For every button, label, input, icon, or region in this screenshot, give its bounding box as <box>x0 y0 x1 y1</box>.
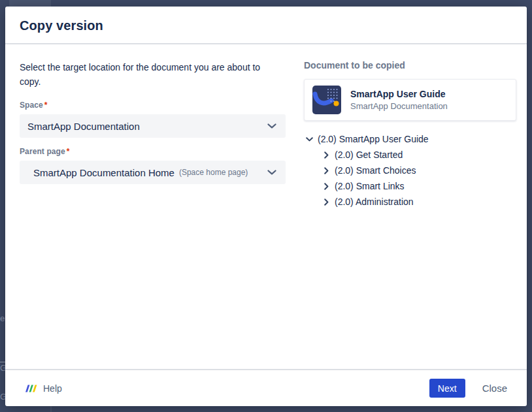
parent-page-select-value: SmartApp Documentation Home <box>27 167 175 178</box>
intro-text: Select the target location for the docum… <box>20 60 281 89</box>
underlying-page-divider <box>50 405 52 412</box>
document-space-name: SmartApp Documentation <box>350 101 448 111</box>
document-card: SmartApp User Guide SmartApp Documentati… <box>304 79 516 121</box>
dialog-footer: Help Next Close <box>5 369 527 406</box>
tree-item[interactable]: (2.0) Smart Choices <box>304 163 516 178</box>
help-logo-icon <box>25 383 37 394</box>
parent-page-hint: (Space home page) <box>179 168 248 177</box>
document-meta: SmartApp User Guide SmartApp Documentati… <box>350 89 448 111</box>
help-button[interactable]: Help <box>25 383 62 394</box>
dialog-body: Select the target location for the docum… <box>5 44 527 369</box>
chevron-down-icon[interactable] <box>304 134 314 144</box>
space-select[interactable]: SmartApp Documentation <box>20 114 286 138</box>
preview-heading: Document to be copied <box>304 60 516 71</box>
chevron-right-icon[interactable] <box>321 150 331 160</box>
tree-item[interactable]: (2.0) Administration <box>304 194 516 210</box>
parent-page-select[interactable]: SmartApp Documentation Home (Space home … <box>20 161 286 184</box>
tree-item-label: (2.0) Smart Choices <box>335 165 416 176</box>
required-asterisk: * <box>43 101 48 110</box>
space-select-value: SmartApp Documentation <box>27 121 140 132</box>
tree-item[interactable]: (2.0) Get Started <box>304 147 516 163</box>
tree-item[interactable]: (2.0) Smart Links <box>304 178 516 194</box>
parent-page-field-label: Parent page* <box>20 147 286 156</box>
space-field-label: Space* <box>20 101 286 110</box>
page-tree: (2.0) SmartApp User Guide (2.0) Get Star… <box>304 131 516 210</box>
close-button[interactable]: Close <box>482 383 507 394</box>
document-space-icon <box>312 86 341 114</box>
tree-item-label: (2.0) Administration <box>335 197 414 207</box>
tree-item-label: (2.0) SmartApp User Guide <box>318 134 429 144</box>
document-preview-panel: Document to be copied SmartApp User <box>304 44 516 369</box>
help-label: Help <box>43 383 62 394</box>
tree-item-label: (2.0) Smart Links <box>335 181 405 191</box>
tree-item-label: (2.0) Get Started <box>335 150 403 160</box>
chevron-down-icon <box>267 123 276 129</box>
chevron-right-icon[interactable] <box>321 165 331 176</box>
dialog-header: Copy version <box>5 7 527 44</box>
next-button[interactable]: Next <box>429 379 465 398</box>
chevron-down-icon <box>267 170 276 175</box>
target-location-form: Select the target location for the docum… <box>20 44 286 369</box>
tree-item-root[interactable]: (2.0) SmartApp User Guide <box>304 131 516 147</box>
required-asterisk: * <box>65 147 70 156</box>
chevron-right-icon[interactable] <box>321 197 331 207</box>
copy-version-dialog: Copy version Select the target location … <box>5 7 527 406</box>
underlying-page-block <box>9 0 51 7</box>
document-title: SmartApp User Guide <box>350 89 448 99</box>
dialog-title: Copy version <box>20 18 512 33</box>
chevron-right-icon[interactable] <box>321 181 331 191</box>
